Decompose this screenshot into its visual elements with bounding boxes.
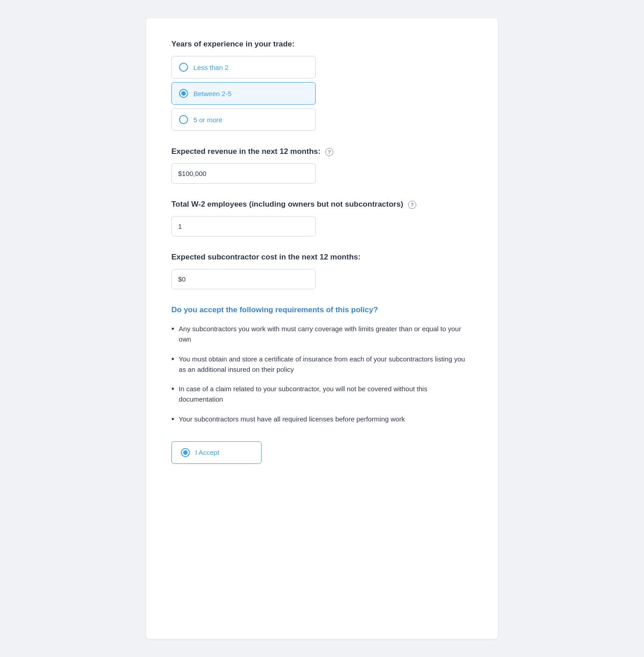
radio-circle-less-than-2 <box>179 63 188 72</box>
experience-label: Years of experience in your trade: <box>171 40 473 49</box>
radio-circle-between-2-5 <box>179 89 188 98</box>
revenue-help-icon[interactable]: ? <box>325 148 333 156</box>
requirements-section: Do you accept the following requirements… <box>171 305 473 425</box>
revenue-section: Expected revenue in the next 12 months: … <box>171 147 473 184</box>
employees-section: Total W-2 employees (including owners bu… <box>171 200 473 236</box>
employees-label: Total W-2 employees (including owners bu… <box>171 200 473 209</box>
experience-option-5-or-more[interactable]: 5 or more <box>171 108 316 131</box>
requirement-item-2: You must obtain and store a certificate … <box>171 354 473 375</box>
main-card: Years of experience in your trade: Less … <box>146 18 498 639</box>
experience-label-5-or-more: 5 or more <box>193 116 222 124</box>
revenue-input[interactable] <box>171 163 316 184</box>
accept-option[interactable]: I Accept <box>171 441 262 464</box>
subcontractor-cost-input[interactable] <box>171 269 316 289</box>
requirements-list: Any subcontractors you work with must ca… <box>171 324 473 425</box>
requirement-item-4: Your subcontractors must have all requir… <box>171 414 473 425</box>
requirements-question: Do you accept the following requirements… <box>171 305 473 315</box>
subcontractor-cost-section: Expected subcontractor cost in the next … <box>171 253 473 289</box>
employees-input[interactable] <box>171 216 316 236</box>
employees-help-icon[interactable]: ? <box>408 201 416 209</box>
revenue-label: Expected revenue in the next 12 months: … <box>171 147 473 156</box>
experience-radio-group: Less than 2 Between 2-5 5 or more <box>171 56 473 131</box>
experience-section: Years of experience in your trade: Less … <box>171 40 473 131</box>
accept-radio-circle <box>181 448 190 457</box>
requirement-item-3: In case of a claim related to your subco… <box>171 384 473 405</box>
experience-option-between-2-5[interactable]: Between 2-5 <box>171 82 316 105</box>
radio-circle-5-or-more <box>179 115 188 124</box>
requirement-item-1: Any subcontractors you work with must ca… <box>171 324 473 345</box>
subcontractor-cost-label: Expected subcontractor cost in the next … <box>171 253 473 262</box>
accept-label: I Accept <box>195 449 219 456</box>
experience-label-less-than-2: Less than 2 <box>193 64 229 71</box>
experience-option-less-than-2[interactable]: Less than 2 <box>171 56 316 79</box>
experience-label-between-2-5: Between 2-5 <box>193 90 231 97</box>
accept-section: I Accept <box>171 441 473 464</box>
